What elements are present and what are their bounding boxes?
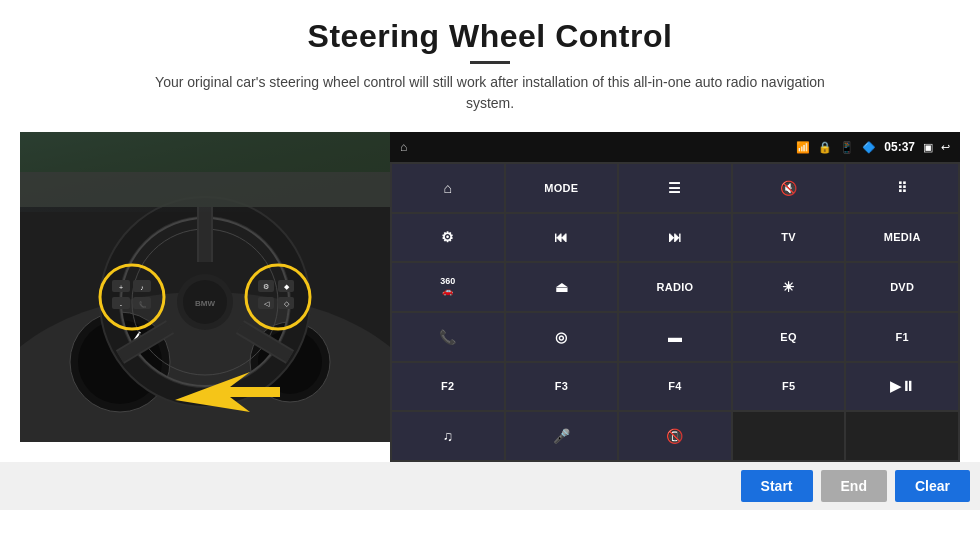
btn-f4[interactable]: F4: [619, 363, 731, 411]
btn-settings[interactable]: ⚙: [392, 214, 504, 262]
media-label: MEDIA: [884, 231, 921, 243]
back-icon: ↩: [941, 141, 950, 154]
f2-label: F2: [441, 380, 454, 392]
btn-360[interactable]: 360🚗: [392, 263, 504, 311]
start-button[interactable]: Start: [741, 470, 813, 502]
sim-icon: 📱: [840, 141, 854, 154]
mode-label: MODE: [544, 182, 578, 194]
car-image: BMW + - ♪ 📞 ⚙: [20, 132, 390, 442]
list-icon: ☰: [668, 180, 681, 196]
status-time: 05:37: [884, 140, 915, 154]
btn-empty2: [846, 412, 958, 460]
music-icon: ♫: [443, 428, 454, 444]
btn-eject[interactable]: ⏏: [506, 263, 618, 311]
dvd-label: DVD: [890, 281, 914, 293]
btn-mute[interactable]: 🔇: [733, 164, 845, 212]
phone-icon: 📞: [439, 329, 456, 345]
360-label: 360🚗: [440, 277, 455, 297]
svg-text:BMW: BMW: [195, 299, 215, 308]
playpause-icon: ▶⏸: [890, 378, 915, 394]
home-icon: ⌂: [444, 180, 452, 196]
mic-icon: 🎤: [553, 428, 570, 444]
bottom-bar: Start End Clear: [0, 462, 980, 510]
status-right: 📶 🔒 📱 🔷 05:37 ▣ ↩: [796, 140, 950, 154]
nav-icon: ◎: [555, 329, 567, 345]
tv-label: TV: [781, 231, 796, 243]
radio-label: RADIO: [657, 281, 694, 293]
page-container: Steering Wheel Control Your original car…: [0, 0, 980, 544]
screen-icon: ▣: [923, 141, 933, 154]
svg-text:📞: 📞: [139, 301, 147, 309]
btn-screen[interactable]: ▬: [619, 313, 731, 361]
btn-next[interactable]: ⏭: [619, 214, 731, 262]
btn-media[interactable]: MEDIA: [846, 214, 958, 262]
btn-playpause[interactable]: ▶⏸: [846, 363, 958, 411]
btn-f1[interactable]: F1: [846, 313, 958, 361]
eject-icon: ⏏: [555, 279, 568, 295]
f5-label: F5: [782, 380, 795, 392]
hangup-icon: 📵: [666, 428, 683, 444]
settings-icon: ⚙: [441, 229, 454, 245]
title-divider: [470, 61, 510, 64]
apps-icon: ⠿: [897, 180, 907, 196]
wifi-icon: 📶: [796, 141, 810, 154]
f4-label: F4: [668, 380, 681, 392]
f1-label: F1: [895, 331, 908, 343]
end-button[interactable]: End: [821, 470, 887, 502]
control-panel: ⌂ 📶 🔒 📱 🔷 05:37 ▣ ↩ ⌂: [390, 132, 960, 462]
bluetooth-icon: 🔷: [862, 141, 876, 154]
btn-empty1: [733, 412, 845, 460]
clear-button[interactable]: Clear: [895, 470, 970, 502]
btn-f5[interactable]: F5: [733, 363, 845, 411]
btn-home[interactable]: ⌂: [392, 164, 504, 212]
btn-list[interactable]: ☰: [619, 164, 731, 212]
mute-icon: 🔇: [780, 180, 797, 196]
next-icon: ⏭: [668, 229, 682, 245]
btn-tv[interactable]: TV: [733, 214, 845, 262]
status-left: ⌂: [400, 140, 407, 154]
prev-icon: ⏮: [554, 229, 568, 245]
btn-f2[interactable]: F2: [392, 363, 504, 411]
btn-radio[interactable]: RADIO: [619, 263, 731, 311]
eq-label: EQ: [780, 331, 797, 343]
svg-text:♪: ♪: [140, 284, 144, 291]
btn-prev[interactable]: ⏮: [506, 214, 618, 262]
btn-brightness[interactable]: ☀: [733, 263, 845, 311]
page-title: Steering Wheel Control: [150, 18, 830, 55]
screen-btn-icon: ▬: [668, 329, 682, 345]
btn-nav[interactable]: ◎: [506, 313, 618, 361]
btn-f3[interactable]: F3: [506, 363, 618, 411]
btn-eq[interactable]: EQ: [733, 313, 845, 361]
svg-text:⚙: ⚙: [263, 283, 269, 290]
btn-music[interactable]: ♫: [392, 412, 504, 460]
btn-mode[interactable]: MODE: [506, 164, 618, 212]
brightness-icon: ☀: [782, 279, 795, 295]
title-section: Steering Wheel Control Your original car…: [150, 18, 830, 114]
svg-rect-41: [20, 172, 390, 207]
btn-phone[interactable]: 📞: [392, 313, 504, 361]
subtitle: Your original car's steering wheel contr…: [150, 72, 830, 114]
f3-label: F3: [555, 380, 568, 392]
btn-hangup[interactable]: 📵: [619, 412, 731, 460]
status-bar: ⌂ 📶 🔒 📱 🔷 05:37 ▣ ↩: [390, 132, 960, 162]
panel-grid: ⌂ MODE ☰ 🔇 ⠿ ⚙ ⏮: [390, 162, 960, 462]
steering-wheel-svg: BMW + - ♪ 📞 ⚙: [20, 132, 390, 442]
content-area: BMW + - ♪ 📞 ⚙: [20, 132, 960, 462]
home-status-icon: ⌂: [400, 140, 407, 154]
svg-text:+: +: [119, 284, 123, 291]
lock-icon: 🔒: [818, 141, 832, 154]
btn-dvd[interactable]: DVD: [846, 263, 958, 311]
btn-apps[interactable]: ⠿: [846, 164, 958, 212]
btn-mic[interactable]: 🎤: [506, 412, 618, 460]
